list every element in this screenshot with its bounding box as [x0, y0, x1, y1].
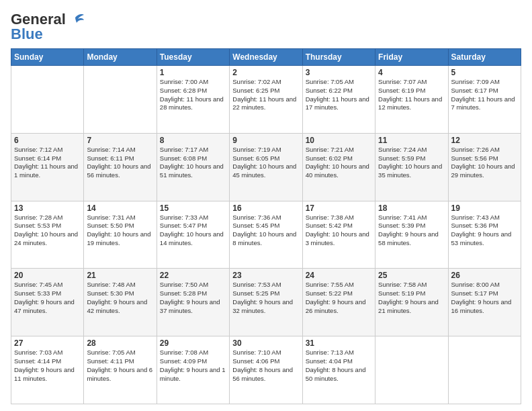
day-number: 11: [378, 136, 445, 145]
table-row: 5Sunrise: 7:09 AM Sunset: 6:17 PM Daylig…: [448, 66, 521, 134]
day-number: 5: [451, 68, 518, 77]
logo-text-block: General Blue: [11, 11, 85, 43]
table-row: 27Sunrise: 7:03 AM Sunset: 4:14 PM Dayli…: [11, 336, 84, 404]
table-row: 14Sunrise: 7:31 AM Sunset: 5:50 PM Dayli…: [84, 201, 157, 269]
table-row: 15Sunrise: 7:33 AM Sunset: 5:47 PM Dayli…: [157, 201, 229, 269]
day-number: 13: [14, 203, 81, 213]
table-row: [84, 66, 157, 134]
day-info: Sunrise: 7:05 AM Sunset: 4:11 PM Dayligh…: [87, 349, 153, 383]
day-number: 26: [451, 271, 518, 280]
day-info: Sunrise: 7:50 AM Sunset: 5:28 PM Dayligh…: [160, 281, 226, 315]
day-number: 16: [232, 203, 299, 213]
table-row: [375, 336, 448, 404]
day-info: Sunrise: 7:17 AM Sunset: 6:08 PM Dayligh…: [160, 146, 226, 180]
header-sunday: Sunday: [11, 49, 84, 66]
calendar: Sunday Monday Tuesday Wednesday Thursday…: [11, 48, 521, 404]
logo-blue: Blue: [11, 26, 43, 43]
table-row: 25Sunrise: 7:58 AM Sunset: 5:19 PM Dayli…: [375, 269, 448, 336]
logo-bird-icon: [66, 12, 85, 27]
day-info: Sunrise: 7:36 AM Sunset: 5:45 PM Dayligh…: [232, 214, 299, 248]
day-info: Sunrise: 7:12 AM Sunset: 6:14 PM Dayligh…: [14, 146, 81, 180]
calendar-week-row: 27Sunrise: 7:03 AM Sunset: 4:14 PM Dayli…: [11, 336, 521, 404]
table-row: 21Sunrise: 7:48 AM Sunset: 5:30 PM Dayli…: [84, 269, 157, 336]
day-info: Sunrise: 7:55 AM Sunset: 5:22 PM Dayligh…: [306, 281, 372, 315]
header-monday: Monday: [84, 49, 157, 66]
day-number: 19: [451, 203, 518, 213]
day-number: 17: [306, 203, 372, 213]
table-row: 6Sunrise: 7:12 AM Sunset: 6:14 PM Daylig…: [11, 133, 84, 201]
day-number: 18: [378, 203, 445, 213]
day-number: 1: [160, 68, 226, 77]
header-tuesday: Tuesday: [157, 49, 229, 66]
day-info: Sunrise: 7:45 AM Sunset: 5:33 PM Dayligh…: [14, 281, 81, 315]
day-number: 4: [378, 68, 445, 77]
day-info: Sunrise: 7:58 AM Sunset: 5:19 PM Dayligh…: [378, 281, 445, 315]
table-row: 13Sunrise: 7:28 AM Sunset: 5:53 PM Dayli…: [11, 201, 84, 269]
table-row: 18Sunrise: 7:41 AM Sunset: 5:39 PM Dayli…: [375, 201, 448, 269]
day-number: 29: [160, 338, 226, 348]
day-number: 2: [232, 68, 299, 77]
day-number: 7: [87, 136, 153, 145]
calendar-week-row: 13Sunrise: 7:28 AM Sunset: 5:53 PM Dayli…: [11, 201, 521, 269]
calendar-week-row: 20Sunrise: 7:45 AM Sunset: 5:33 PM Dayli…: [11, 269, 521, 336]
table-row: 9Sunrise: 7:19 AM Sunset: 6:05 PM Daylig…: [230, 133, 302, 201]
table-row: 7Sunrise: 7:14 AM Sunset: 6:11 PM Daylig…: [84, 133, 157, 201]
day-info: Sunrise: 7:24 AM Sunset: 5:59 PM Dayligh…: [378, 146, 445, 180]
calendar-week-row: 6Sunrise: 7:12 AM Sunset: 6:14 PM Daylig…: [11, 133, 521, 201]
table-row: 3Sunrise: 7:05 AM Sunset: 6:22 PM Daylig…: [302, 66, 375, 134]
day-number: 22: [160, 271, 226, 280]
day-info: Sunrise: 7:10 AM Sunset: 4:06 PM Dayligh…: [232, 349, 299, 383]
table-row: 16Sunrise: 7:36 AM Sunset: 5:45 PM Dayli…: [230, 201, 302, 269]
table-row: 24Sunrise: 7:55 AM Sunset: 5:22 PM Dayli…: [302, 269, 375, 336]
day-number: 9: [232, 136, 299, 145]
table-row: 26Sunrise: 8:00 AM Sunset: 5:17 PM Dayli…: [448, 269, 521, 336]
day-info: Sunrise: 8:00 AM Sunset: 5:17 PM Dayligh…: [451, 281, 518, 315]
table-row: 23Sunrise: 7:53 AM Sunset: 5:25 PM Dayli…: [230, 269, 302, 336]
table-row: 12Sunrise: 7:26 AM Sunset: 5:56 PM Dayli…: [448, 133, 521, 201]
day-info: Sunrise: 7:48 AM Sunset: 5:30 PM Dayligh…: [87, 281, 153, 315]
header-saturday: Saturday: [448, 49, 521, 66]
day-number: 8: [160, 136, 226, 145]
table-row: 1Sunrise: 7:00 AM Sunset: 6:28 PM Daylig…: [157, 66, 229, 134]
header-friday: Friday: [375, 49, 448, 66]
day-info: Sunrise: 7:21 AM Sunset: 6:02 PM Dayligh…: [306, 146, 372, 180]
day-number: 6: [14, 136, 81, 145]
day-info: Sunrise: 7:26 AM Sunset: 5:56 PM Dayligh…: [451, 146, 518, 180]
header-wednesday: Wednesday: [230, 49, 302, 66]
table-row: 10Sunrise: 7:21 AM Sunset: 6:02 PM Dayli…: [302, 133, 375, 201]
day-info: Sunrise: 7:13 AM Sunset: 4:04 PM Dayligh…: [306, 349, 372, 383]
day-info: Sunrise: 7:33 AM Sunset: 5:47 PM Dayligh…: [160, 214, 226, 248]
table-row: 8Sunrise: 7:17 AM Sunset: 6:08 PM Daylig…: [157, 133, 229, 201]
logo: General Blue: [11, 11, 85, 43]
day-info: Sunrise: 7:43 AM Sunset: 5:36 PM Dayligh…: [451, 214, 518, 248]
day-number: 20: [14, 271, 81, 280]
calendar-week-row: 1Sunrise: 7:00 AM Sunset: 6:28 PM Daylig…: [11, 66, 521, 134]
weekday-header-row: Sunday Monday Tuesday Wednesday Thursday…: [11, 49, 521, 66]
calendar-table: Sunday Monday Tuesday Wednesday Thursday…: [11, 48, 521, 404]
day-info: Sunrise: 7:07 AM Sunset: 6:19 PM Dayligh…: [378, 78, 445, 112]
table-row: 31Sunrise: 7:13 AM Sunset: 4:04 PM Dayli…: [302, 336, 375, 404]
day-info: Sunrise: 7:05 AM Sunset: 6:22 PM Dayligh…: [306, 78, 372, 112]
day-number: 30: [232, 338, 299, 348]
table-row: [448, 336, 521, 404]
page: General Blue Sunday Monday Tuesday Wedne…: [0, 0, 532, 411]
day-number: 31: [306, 338, 372, 348]
day-info: Sunrise: 7:19 AM Sunset: 6:05 PM Dayligh…: [232, 146, 299, 180]
day-number: 23: [232, 271, 299, 280]
table-row: 19Sunrise: 7:43 AM Sunset: 5:36 PM Dayli…: [448, 201, 521, 269]
table-row: 28Sunrise: 7:05 AM Sunset: 4:11 PM Dayli…: [84, 336, 157, 404]
table-row: 4Sunrise: 7:07 AM Sunset: 6:19 PM Daylig…: [375, 66, 448, 134]
table-row: 2Sunrise: 7:02 AM Sunset: 6:25 PM Daylig…: [230, 66, 302, 134]
day-number: 3: [306, 68, 372, 77]
day-number: 12: [451, 136, 518, 145]
day-info: Sunrise: 7:14 AM Sunset: 6:11 PM Dayligh…: [87, 146, 153, 180]
header: General Blue: [11, 11, 521, 43]
table-row: 30Sunrise: 7:10 AM Sunset: 4:06 PM Dayli…: [230, 336, 302, 404]
day-number: 15: [160, 203, 226, 213]
day-number: 27: [14, 338, 81, 348]
day-info: Sunrise: 7:00 AM Sunset: 6:28 PM Dayligh…: [160, 78, 226, 112]
day-info: Sunrise: 7:09 AM Sunset: 6:17 PM Dayligh…: [451, 78, 518, 112]
table-row: 17Sunrise: 7:38 AM Sunset: 5:42 PM Dayli…: [302, 201, 375, 269]
day-info: Sunrise: 7:53 AM Sunset: 5:25 PM Dayligh…: [232, 281, 299, 315]
day-info: Sunrise: 7:02 AM Sunset: 6:25 PM Dayligh…: [232, 78, 299, 112]
